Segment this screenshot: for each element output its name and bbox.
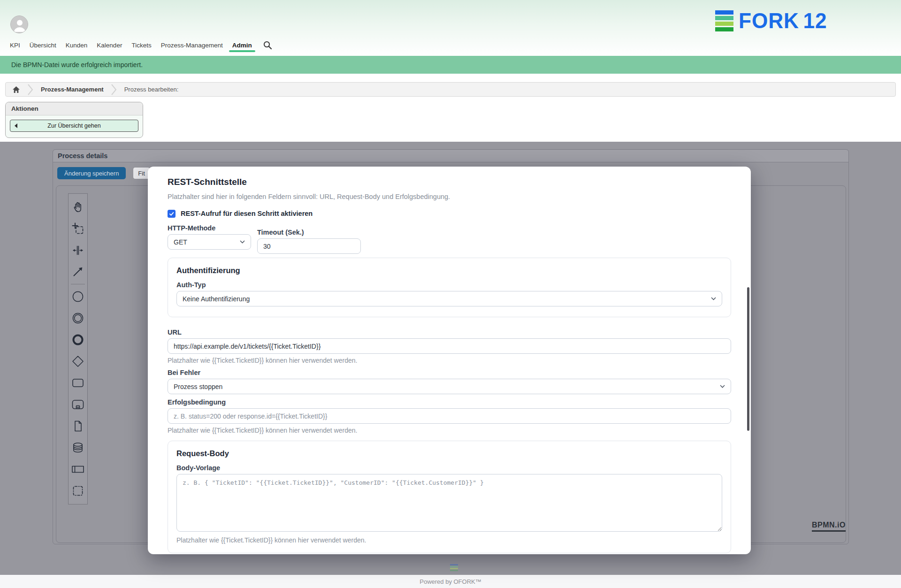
rest-enable-checkbox[interactable] [168,210,176,218]
palette-intermediate-event[interactable] [69,307,87,329]
auth-type-label: Auth-Typ [176,281,722,289]
actions-widget-title: Aktionen [6,102,143,115]
breadcrumb-home[interactable] [12,86,20,93]
breadcrumb-prozess-management[interactable]: Prozess-Management [41,86,104,93]
on-error-label: Bei Fehler [168,369,731,376]
nav-item-admin[interactable]: Admin [232,42,252,49]
intermediate-event-icon [71,311,85,325]
nav-item-kunden[interactable]: Kunden [66,42,88,49]
space-tool-icon [71,243,85,257]
dimmed-logo-bars-icon [450,564,458,571]
chevron-down-icon [720,385,725,388]
nav-item-admin-label: Admin [232,42,252,49]
timeout-input[interactable] [257,238,361,254]
success-condition-label: Erfolgsbedingung [168,398,731,406]
chevron-right-icon [28,84,33,95]
nav-item-kpi[interactable]: KPI [10,42,20,49]
logo-number: 12 [803,10,827,31]
bpmn-io-watermark: BPMN.iO [812,521,846,532]
http-method-field: HTTP-Methode GET [168,224,251,254]
palette-task[interactable] [69,372,87,394]
go-to-overview-label: Zur Übersicht gehen [47,122,100,129]
auth-section-title: Authentifizierung [176,266,722,275]
breadcrumb-current-page: Prozess bearbeiten: [124,86,179,93]
success-notification: Die BPMN-Datei wurde erfolgreich importi… [0,56,901,74]
palette-separator [71,284,85,284]
search-button[interactable] [263,41,272,50]
chevron-down-icon [240,240,245,244]
body-template-help-text: Platzhalter wie {{Ticket.TicketID}} könn… [176,536,722,544]
on-error-select[interactable]: Prozess stoppen [168,379,731,394]
start-event-icon [71,290,85,304]
triangle-left-icon [15,123,17,128]
nav-item-uebersicht[interactable]: Übersicht [30,42,56,49]
http-method-value: GET [174,238,187,246]
logo-text: FORK [739,10,799,31]
palette-data-store[interactable] [69,437,87,458]
search-icon [263,41,272,50]
palette-space-tool[interactable] [69,239,87,261]
chevron-right-icon [111,84,117,95]
user-avatar[interactable] [10,15,28,33]
success-condition-input[interactable] [168,408,731,424]
participant-icon [71,462,85,476]
connect-arrow-icon [71,265,85,279]
palette-lasso-tool[interactable] [69,218,87,239]
body-template-textarea[interactable] [176,474,722,532]
dialog-intro-text: Platzhalter sind hier in folgenden Felde… [168,193,731,201]
timeout-label: Timeout (Sek.) [257,229,361,236]
http-method-label: HTTP-Methode [168,224,251,232]
bpmn-palette [68,193,88,504]
actions-widget: Aktionen Zur Übersicht gehen [5,102,143,138]
dialog-scrollbar[interactable] [747,287,749,431]
lasso-tool-icon [71,221,85,236]
palette-gateway[interactable] [69,351,87,372]
url-help-text: Platzhalter wie {{Ticket.TicketID}} könn… [168,357,731,365]
timeout-field: Timeout (Sek.) [257,229,361,254]
url-label: URL [168,328,731,336]
save-changes-button[interactable]: Änderung speichern [57,167,126,179]
url-input[interactable] [168,338,731,354]
end-event-icon [71,333,85,347]
gateway-icon [71,354,85,368]
hand-tool-icon [71,200,85,214]
dialog-title: REST-Schnittstelle [168,177,731,187]
nav-item-prozess-management[interactable]: Prozess-Management [161,42,223,49]
main-nav: KPI Übersicht Kunden Kalender Tickets Pr… [10,41,272,50]
footer-text: Powered by OFORK™ [420,578,481,585]
task-icon [71,376,85,390]
nav-item-kalender[interactable]: Kalender [97,42,122,49]
auth-type-value: Keine Authentifizierung [183,295,250,303]
checkmark-icon [168,211,175,217]
http-method-select[interactable]: GET [168,234,251,250]
body-template-label: Body-Vorlage [176,464,722,472]
palette-subprocess[interactable] [69,394,87,415]
palette-global-connect-tool[interactable] [69,261,87,283]
process-details-title: Process details [53,150,848,162]
data-object-icon [71,419,85,433]
fork12-logo: FORK 12 [715,10,831,31]
palette-end-event[interactable] [69,329,87,351]
nav-item-tickets[interactable]: Tickets [131,42,151,49]
rest-interface-dialog: REST-Schnittstelle Platzhalter sind hier… [148,167,751,554]
success-condition-help-text: Platzhalter wie {{Ticket.TicketID}} könn… [168,427,731,435]
subprocess-icon [71,397,85,412]
go-to-overview-button[interactable]: Zur Übersicht gehen [10,120,138,132]
breadcrumb: Prozess-Management Prozess bearbeiten: [5,82,896,97]
active-tab-underline [229,50,255,52]
auth-section: Authentifizierung Auth-Typ Keine Authent… [168,258,731,317]
logo-bars-icon [715,10,733,31]
palette-participant[interactable] [69,458,87,480]
palette-group[interactable] [69,480,87,502]
person-icon [11,16,28,33]
request-body-title: Request-Body [176,449,722,458]
page-footer: Powered by OFORK™ [0,575,901,588]
group-icon [71,484,85,498]
palette-hand-tool[interactable] [69,196,87,218]
rest-enable-label: REST-Aufruf für diesen Schritt aktiviere… [181,210,313,217]
palette-data-object[interactable] [69,415,87,437]
palette-start-event[interactable] [69,286,87,307]
notification-text: Die BPMN-Datei wurde erfolgreich importi… [11,61,143,69]
home-icon [12,86,20,93]
auth-type-select[interactable]: Keine Authentifizierung [176,291,722,306]
